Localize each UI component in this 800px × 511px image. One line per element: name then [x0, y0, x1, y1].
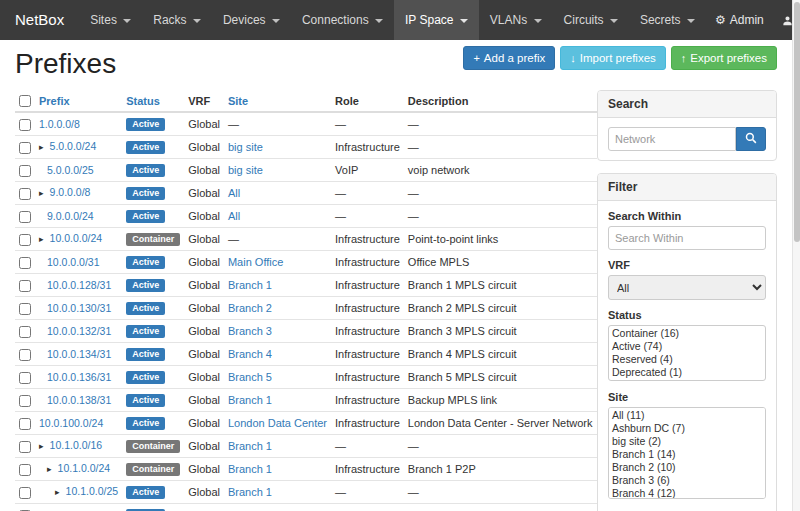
select-all-checkbox[interactable]	[19, 95, 31, 107]
status-badge: Active	[126, 187, 165, 200]
row-checkbox[interactable]	[19, 487, 31, 499]
prefix-link[interactable]: 10.0.0.128/31	[47, 279, 111, 291]
row-checkbox[interactable]	[19, 165, 31, 177]
header-status[interactable]: Status	[122, 90, 184, 112]
site-link[interactable]: Branch 1	[228, 394, 272, 406]
prefix-link[interactable]: 5.0.0.0/24	[50, 140, 97, 152]
nav-item-sites[interactable]: Sites	[79, 0, 142, 40]
expand-caret-icon[interactable]: ▸	[39, 188, 44, 198]
site-link[interactable]: Branch 1	[228, 463, 272, 475]
status-badge: Container	[126, 463, 180, 476]
expand-caret-icon[interactable]: ▸	[39, 234, 44, 244]
filter-option[interactable]: Branch 3 (6)	[610, 474, 764, 487]
expand-caret-icon[interactable]: ▸	[47, 464, 52, 474]
prefix-cell: ▸ 1.0.0.0/8	[35, 112, 122, 136]
filter-option[interactable]: Branch 2 (10)	[610, 461, 764, 474]
export-prefixes-button[interactable]: ↑ Export prefixes	[671, 46, 777, 70]
nav-item-ip-space[interactable]: IP Space	[394, 0, 479, 40]
row-checkbox[interactable]	[19, 418, 31, 430]
prefix-link[interactable]: 10.0.0.0/24	[50, 232, 103, 244]
nav-item-devices[interactable]: Devices	[212, 0, 291, 40]
prefix-link[interactable]: 10.1.0.0/24	[58, 462, 111, 474]
brand[interactable]: NetBox	[0, 0, 79, 40]
row-checkbox[interactable]	[19, 372, 31, 384]
prefix-link[interactable]: 10.0.0.130/31	[47, 302, 111, 314]
expand-caret-icon[interactable]: ▸	[39, 142, 44, 152]
row-checkbox[interactable]	[19, 280, 31, 292]
site-link[interactable]: Branch 1	[228, 440, 272, 452]
search-within-input[interactable]	[608, 226, 766, 250]
site-link[interactable]: big site	[228, 164, 263, 176]
nav-admin[interactable]: ⚙ Admin	[706, 0, 773, 40]
row-checkbox[interactable]	[19, 303, 31, 315]
row-checkbox[interactable]	[19, 349, 31, 361]
prefix-link[interactable]: 10.0.0.136/31	[47, 371, 111, 383]
status-badge: Active	[126, 371, 165, 384]
row-checkbox[interactable]	[19, 395, 31, 407]
row-checkbox[interactable]	[19, 257, 31, 269]
filter-option[interactable]: Branch 1 (14)	[610, 448, 764, 461]
prefix-link[interactable]: 10.0.0.132/31	[47, 325, 111, 337]
site-link[interactable]: Branch 5	[228, 371, 272, 383]
header-role[interactable]: Role	[331, 90, 404, 112]
prefix-link[interactable]: 9.0.0.0/8	[50, 186, 91, 198]
filter-option[interactable]: big site (2)	[610, 435, 764, 448]
prefix-link[interactable]: 10.1.0.0/16	[50, 439, 103, 451]
site-filter-list[interactable]: All (11)Ashburn DC (7)big site (2)Branch…	[608, 407, 766, 499]
search-button[interactable]	[736, 127, 766, 151]
prefix-link[interactable]: 10.0.0.134/31	[47, 348, 111, 360]
row-checkbox[interactable]	[19, 211, 31, 223]
site-link[interactable]: Branch 1	[228, 279, 272, 291]
site-link[interactable]: Branch 2	[228, 302, 272, 314]
header-prefix[interactable]: Prefix	[35, 90, 122, 112]
plus-icon: +	[473, 53, 479, 64]
filter-option[interactable]: Branch 4 (12)	[610, 487, 764, 499]
import-prefixes-button[interactable]: ↓ Import prefixes	[560, 46, 666, 70]
prefix-link[interactable]: 5.0.0.0/25	[47, 164, 94, 176]
row-checkbox[interactable]	[19, 234, 31, 246]
prefix-link[interactable]: 1.0.0.0/8	[39, 118, 80, 130]
filter-option[interactable]: Container (16)	[610, 327, 764, 340]
site-link[interactable]: Main Office	[228, 256, 283, 268]
header-site[interactable]: Site	[224, 90, 331, 112]
row-checkbox[interactable]	[19, 441, 31, 453]
filter-option[interactable]: Active (74)	[610, 340, 764, 353]
site-link[interactable]: Branch 1	[228, 486, 272, 498]
expand-caret-icon[interactable]: ▸	[39, 441, 44, 451]
site-link[interactable]: big site	[228, 141, 263, 153]
search-input[interactable]	[608, 127, 736, 151]
row-checkbox[interactable]	[19, 464, 31, 476]
add-prefix-button[interactable]: + Add a prefix	[463, 46, 555, 70]
site-link[interactable]: All	[228, 210, 240, 222]
nav-item-racks[interactable]: Racks	[142, 0, 212, 40]
nav-item-vlans[interactable]: VLANs	[479, 0, 553, 40]
row-checkbox[interactable]	[19, 326, 31, 338]
site-link[interactable]: All	[228, 187, 240, 199]
page-title: Prefixes	[15, 48, 116, 80]
nav-item-secrets[interactable]: Secrets	[629, 0, 706, 40]
site-link[interactable]: Branch 4	[228, 348, 272, 360]
prefix-link[interactable]: 10.1.0.0/25	[66, 485, 119, 497]
nav-item-connections[interactable]: Connections	[291, 0, 394, 40]
filter-option[interactable]: Reserved (4)	[610, 353, 764, 366]
status-filter-list[interactable]: Container (16)Active (74)Reserved (4)Dep…	[608, 325, 766, 381]
row-checkbox[interactable]	[19, 188, 31, 200]
row-checkbox[interactable]	[19, 142, 31, 154]
row-checkbox[interactable]	[19, 119, 31, 131]
filter-option[interactable]: Deprecated (1)	[610, 366, 764, 379]
filter-option[interactable]: All (11)	[610, 409, 764, 422]
expand-caret-icon[interactable]: ▸	[55, 487, 60, 497]
site-cell: big site	[224, 159, 331, 182]
prefix-link[interactable]: 10.0.0.0/31	[47, 256, 100, 268]
nav-item-circuits[interactable]: Circuits	[553, 0, 629, 40]
site-link[interactable]: London Data Center	[228, 417, 327, 429]
site-link[interactable]: Branch 3	[228, 325, 272, 337]
prefix-link[interactable]: 9.0.0.0/24	[47, 210, 94, 222]
filter-option[interactable]: Ashburn DC (7)	[610, 422, 764, 435]
vrf-select[interactable]: All	[608, 275, 766, 300]
page-scrollbar[interactable]	[792, 0, 800, 511]
prefix-link[interactable]: 10.0.0.138/31	[47, 394, 111, 406]
prefix-link[interactable]: 10.0.100.0/24	[39, 417, 103, 429]
header-vrf[interactable]: VRF	[184, 90, 224, 112]
page-scrollbar-thumb[interactable]	[794, 2, 800, 242]
